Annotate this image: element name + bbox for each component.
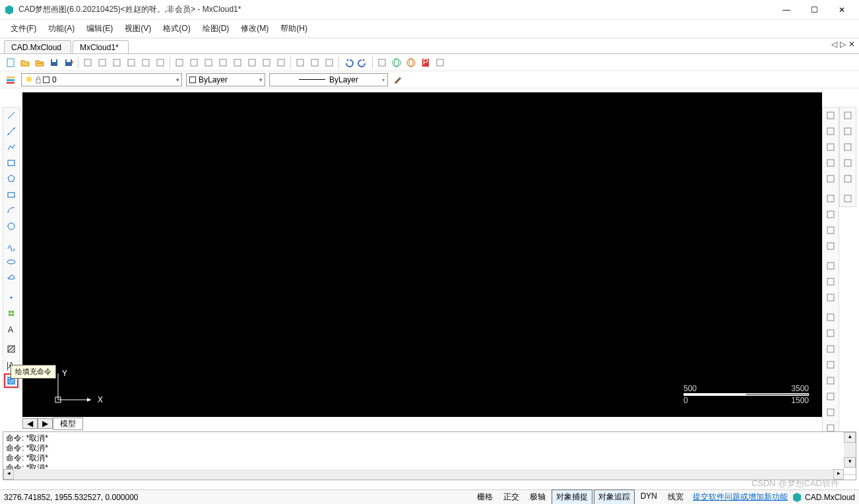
tab-next-button[interactable]: ▷ — [840, 40, 846, 49]
layer-draw-button[interactable] — [216, 56, 230, 69]
status-线宽-toggle[interactable]: 线宽 — [663, 489, 688, 504]
maximize-button[interactable]: ☐ — [801, 2, 827, 18]
text-a-button[interactable]: A — [4, 322, 18, 336]
match-prop-button[interactable] — [841, 108, 855, 123]
ellipse-button[interactable] — [4, 255, 18, 269]
linetype-select[interactable]: ByLayer — [269, 73, 388, 86]
pline-button[interactable] — [4, 140, 18, 154]
plot-button[interactable] — [375, 56, 389, 69]
print-button[interactable] — [274, 56, 288, 69]
table-button[interactable] — [294, 56, 307, 69]
point-button[interactable] — [4, 290, 18, 305]
dim-ang-button[interactable] — [823, 373, 838, 388]
measure-button[interactable] — [125, 56, 138, 69]
globe-button[interactable] — [390, 56, 403, 69]
angle-button[interactable] — [154, 56, 167, 69]
menu-file[interactable]: 文件(F) — [5, 20, 42, 37]
arc-button[interactable] — [4, 203, 18, 218]
menu-view[interactable]: 视图(V) — [119, 20, 156, 37]
undo-button[interactable] — [342, 56, 355, 69]
break-pt-button[interactable] — [823, 290, 838, 305]
new-button[interactable] — [4, 56, 17, 69]
xline-button[interactable] — [4, 124, 18, 139]
model-tab[interactable]: 模型 — [53, 418, 83, 430]
zoom-prev-button[interactable] — [173, 56, 186, 69]
menu-edit[interactable]: 编辑(E) — [81, 20, 118, 37]
zoom-in-button[interactable] — [96, 56, 109, 69]
polygon-button[interactable] — [4, 172, 18, 186]
lineweight-button[interactable] — [260, 56, 273, 69]
extend-button[interactable] — [823, 274, 838, 289]
image-button[interactable] — [323, 56, 336, 69]
circle-button[interactable] — [4, 219, 18, 234]
pdf-button[interactable]: PDF — [419, 56, 432, 69]
status-栅格-toggle[interactable]: 栅格 — [472, 489, 497, 504]
rect2-button[interactable] — [4, 187, 18, 202]
menu-format[interactable]: 格式(O) — [158, 20, 195, 37]
dim-lin-button[interactable] — [823, 358, 838, 372]
tab-prev-button[interactable]: ◁ — [831, 40, 837, 49]
rotate-g-button[interactable] — [823, 172, 838, 186]
block-button[interactable] — [4, 306, 18, 321]
layer-select[interactable]: 0 — [21, 73, 182, 86]
layer-manager-button[interactable] — [4, 73, 17, 86]
minimize-button[interactable]: ― — [773, 2, 800, 18]
open-button[interactable] — [18, 56, 32, 69]
spline-button[interactable] — [4, 239, 18, 253]
open2-button[interactable] — [33, 56, 46, 69]
dist-button[interactable] — [139, 56, 152, 69]
status-极轴-toggle[interactable]: 极轴 — [525, 489, 550, 504]
drawing-canvas[interactable]: Y X 5003500 01500 — [22, 92, 822, 417]
menu-modify[interactable]: 修改(M) — [236, 20, 274, 37]
dim-rad-button[interactable] — [823, 389, 838, 404]
copy-clip-button[interactable] — [841, 140, 855, 154]
cmd-scroll-up[interactable]: ▴ — [844, 432, 856, 443]
status-对象追踪-toggle[interactable]: 对象追踪 — [594, 489, 635, 504]
revcloud-button[interactable] — [4, 270, 18, 285]
linetype-button[interactable] — [231, 56, 244, 69]
move-g-button[interactable] — [823, 156, 838, 170]
rect-button[interactable] — [4, 156, 18, 170]
plus-button[interactable] — [841, 156, 855, 170]
match-button[interactable] — [823, 342, 838, 356]
layout-next-button[interactable]: ▶ — [38, 418, 53, 429]
explode-button[interactable] — [823, 326, 838, 340]
sel-all-button[interactable] — [841, 191, 855, 206]
scale-box-button[interactable] — [823, 191, 838, 206]
tab-close-button[interactable]: ✕ — [848, 40, 855, 49]
cmd-scroll-down[interactable]: ▾ — [844, 457, 856, 468]
menu-draw[interactable]: 绘图(D) — [197, 20, 235, 37]
insert-button[interactable] — [308, 56, 321, 69]
status-对象捕捉-toggle[interactable]: 对象捕捉 — [552, 489, 592, 504]
layout-prev-button[interactable]: ◀ — [22, 418, 38, 429]
copy-props-button[interactable] — [823, 108, 838, 123]
zoom-realtime-button[interactable] — [187, 56, 201, 69]
zoom-ext-button[interactable] — [110, 56, 123, 69]
trim-button[interactable] — [823, 259, 838, 273]
line-button[interactable] — [4, 108, 18, 123]
menu-func[interactable]: 功能(A) — [43, 20, 80, 37]
doc-tab-1[interactable]: MxCloud1* — [73, 40, 129, 53]
chamfer-button[interactable] — [823, 310, 838, 325]
cmd-scroll-left[interactable]: ◂ — [3, 469, 14, 480]
saveas-button[interactable]: * — [62, 56, 75, 69]
fillet-button[interactable] — [823, 207, 838, 222]
status-正交-toggle[interactable]: 正交 — [499, 489, 524, 504]
close-button[interactable]: ✕ — [829, 2, 855, 18]
doc-tab-0[interactable]: CAD.MxCloud — [4, 40, 71, 53]
link-button[interactable] — [841, 124, 855, 139]
offset-button[interactable] — [823, 124, 838, 139]
mirror-button[interactable] — [823, 239, 838, 253]
pan-button[interactable] — [202, 56, 215, 69]
redo-button[interactable] — [356, 56, 369, 69]
rotate-button[interactable] — [841, 172, 855, 186]
globe2-button[interactable] — [404, 56, 418, 69]
color-select[interactable]: ByLayer — [186, 73, 265, 86]
status-DYN-toggle[interactable]: DYN — [636, 489, 662, 504]
hatch-button[interactable] — [4, 342, 18, 356]
lineweight-button[interactable] — [392, 73, 405, 86]
dim-dia-button[interactable] — [823, 405, 838, 420]
feedback-link[interactable]: 提交软件问题或增加新功能 — [693, 491, 788, 503]
cmd-scroll-right[interactable]: ▸ — [833, 469, 844, 480]
doc-button[interactable] — [433, 56, 447, 69]
